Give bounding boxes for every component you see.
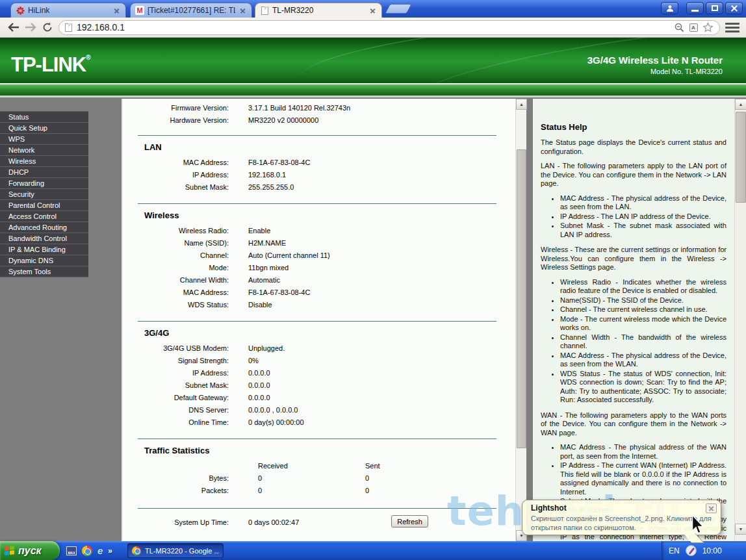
lightshot-title: Lightshot — [531, 503, 713, 513]
row-label: Subnet Mask: — [123, 381, 229, 389]
page-body: StatusQuick SetupWPSNetworkWirelessDHCPF… — [0, 97, 746, 541]
profile-button[interactable] — [661, 2, 678, 14]
help-title: Status Help — [541, 122, 727, 132]
row-label: MAC Address: — [123, 288, 229, 296]
gmail-icon: M — [135, 6, 144, 15]
chemax-icon[interactable]: MAX — [66, 546, 77, 555]
row-value: 0.0.0.0 , 0.0.0.0 — [248, 406, 298, 414]
row-value: 3.17.1 Build 140120 Rel.32743n — [248, 104, 350, 112]
clock[interactable]: 10:00 — [702, 546, 722, 555]
reload-button[interactable] — [39, 19, 56, 35]
browser-titlebar: HiLink M [Ticket#10277661] RE: TL-M TL-M… — [0, 0, 746, 18]
lightshot-tray-icon[interactable] — [686, 545, 697, 556]
sidebar-item[interactable]: Quick Setup — [0, 123, 88, 134]
tab-title: TL-MR3220 — [272, 6, 365, 15]
address-bar[interactable]: 192.168.0.1 A — [58, 20, 720, 35]
sidebar-item[interactable]: Parental Control — [0, 200, 88, 211]
status-row: MAC Address: F8-1A-67-83-08-4C — [123, 156, 515, 168]
zoom-out-icon[interactable] — [673, 21, 685, 33]
status-row: Mode: 11bgn mixed — [123, 261, 515, 274]
model-number: Model No. TL-MR3220 — [587, 68, 723, 75]
content-scrollbar[interactable]: ▲ ▼ — [515, 99, 526, 541]
row-label: Bytes: — [123, 474, 229, 482]
huawei-flower-icon — [16, 6, 25, 15]
scroll-up-icon[interactable]: ▲ — [735, 99, 746, 110]
translate-icon[interactable]: A — [688, 21, 699, 33]
row-label: IP Address: — [123, 171, 229, 179]
sidebar-item[interactable]: Bandwidth Control — [0, 233, 88, 244]
scroll-down-icon[interactable]: ▼ — [735, 524, 746, 535]
help-bullet: Subnet Mask - The subnet mask associated… — [560, 222, 727, 239]
row-label: WDS Status: — [123, 301, 229, 309]
status-row: Channel: Auto (Current channel 11) — [123, 249, 515, 261]
menu-icon[interactable] — [725, 19, 740, 35]
start-label: пуск — [18, 545, 42, 557]
tab-hilink[interactable]: HiLink — [10, 3, 126, 18]
close-icon — [730, 5, 738, 12]
sidebar-item[interactable]: Status — [0, 112, 88, 123]
taskbar-task-button[interactable]: TL-MR3220 - Google ... — [127, 543, 224, 558]
row-value: F8-1A-67-83-08-4C — [248, 288, 310, 296]
notification-close-icon[interactable] — [706, 503, 717, 513]
status-row: Wireless Radio: Enable — [123, 224, 515, 236]
tab-tl-mr3220[interactable]: TL-MR3220 — [255, 3, 382, 18]
internet-explorer-icon[interactable]: e — [97, 545, 103, 556]
back-button[interactable] — [5, 19, 22, 35]
traffic-sent-value: 0 — [365, 487, 369, 494]
header-subbar — [0, 83, 746, 97]
tab-close-icon[interactable] — [368, 6, 377, 15]
screen: HiLink M [Ticket#10277661] RE: TL-M TL-M… — [0, 0, 746, 560]
chrome-icon[interactable] — [82, 546, 92, 556]
scroll-up-icon[interactable]: ▲ — [516, 99, 527, 110]
help-paragraph: LAN - The following parameters apply to … — [541, 162, 727, 188]
row-label: IP Address: — [123, 369, 229, 377]
uptime-value: 0 days 00:02:47 — [248, 518, 299, 526]
row-value: Disable — [248, 301, 272, 309]
lightshot-message[interactable]: Скриншот сохранён в Screenshot_2.png. Кл… — [531, 515, 713, 532]
forward-button[interactable] — [22, 19, 39, 35]
quick-launch-overflow-icon[interactable]: » — [108, 546, 112, 555]
help-bullet: Channel - The current wireless channel i… — [560, 305, 727, 314]
row-value: Unplugged. — [248, 344, 285, 352]
row-value: 0 day(s) 00:00:00 — [248, 418, 304, 426]
refresh-button[interactable]: Refresh — [391, 515, 428, 528]
row-label: Signal Strength: — [123, 357, 229, 364]
bookmark-star-icon[interactable] — [702, 21, 714, 33]
sidebar-item[interactable]: Advanced Routing — [0, 222, 88, 233]
close-button[interactable] — [725, 2, 743, 14]
scrollbar-thumb[interactable] — [517, 149, 526, 448]
sidebar-item[interactable]: System Tools — [0, 266, 88, 277]
status-row: Name (SSID): H2M.NAME — [123, 236, 515, 249]
sidebar-item[interactable]: WPS — [0, 134, 88, 145]
tab-close-icon[interactable] — [238, 6, 247, 15]
row-value: Automatic — [248, 276, 280, 284]
start-button[interactable]: пуск — [0, 541, 60, 560]
minimize-icon — [691, 10, 699, 12]
row-value: 255.255.255.0 — [248, 183, 294, 191]
section-title-3g4g: 3G/4G — [144, 328, 515, 338]
sidebar-item[interactable]: Access Control — [0, 211, 88, 222]
row-label: Firmware Version: — [123, 104, 229, 112]
page-icon — [260, 6, 269, 15]
restore-button[interactable] — [706, 2, 723, 14]
sidebar-item[interactable]: Security — [0, 189, 88, 200]
help-scrollbar[interactable]: ▲ ▼ — [734, 99, 746, 541]
status-row: IP Address: 0.0.0.0 — [123, 366, 515, 379]
traffic-sent-header: Sent — [365, 462, 380, 470]
new-tab-button[interactable] — [385, 4, 412, 14]
sidebar-item[interactable]: Forwarding — [0, 178, 88, 189]
traffic-row: Bytes: 0 0 — [123, 472, 515, 484]
sidebar-item[interactable]: Network — [0, 145, 88, 156]
sidebar-item[interactable]: IP & MAC Binding — [0, 244, 88, 255]
language-indicator[interactable]: EN — [669, 546, 680, 555]
scrollbar-thumb[interactable] — [736, 112, 746, 203]
sidebar-item[interactable]: Dynamic DNS — [0, 255, 88, 266]
url-text[interactable]: 192.168.0.1 — [77, 22, 671, 32]
tab-gmail-ticket[interactable]: M [Ticket#10277661] RE: TL-M — [130, 3, 252, 18]
tab-close-icon[interactable] — [112, 6, 121, 15]
windows-logo-icon — [5, 546, 14, 555]
minimize-button[interactable] — [686, 2, 704, 14]
row-value: H2M.NAME — [248, 239, 286, 247]
sidebar-item[interactable]: DHCP — [0, 167, 88, 178]
sidebar-item[interactable]: Wireless — [0, 156, 88, 167]
